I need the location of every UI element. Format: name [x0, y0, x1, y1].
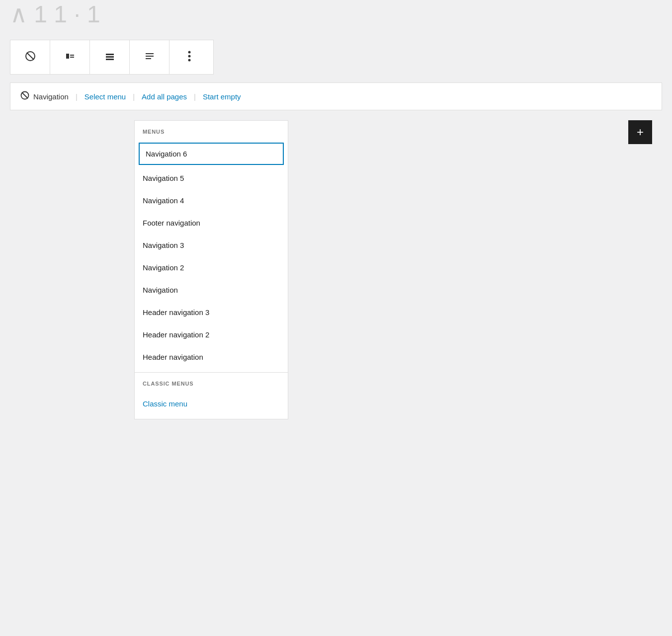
menu-item-footer-nav[interactable]: Footer navigation: [135, 212, 288, 234]
menu-item-nav6[interactable]: Navigation 6: [139, 143, 284, 165]
menu-item-header-nav[interactable]: Header navigation: [135, 346, 288, 368]
navigation-bar: Navigation | Select menu | Add all pages…: [10, 82, 662, 110]
nav-bar-icon: [20, 91, 29, 102]
menu-item-nav4[interactable]: Navigation 4: [135, 189, 288, 212]
svg-point-13: [188, 59, 191, 61]
svg-rect-3: [70, 55, 74, 56]
svg-point-12: [188, 55, 191, 57]
menu-item-nav[interactable]: Navigation: [135, 279, 288, 301]
add-all-pages-link[interactable]: Add all pages: [142, 92, 187, 101]
svg-point-11: [188, 51, 191, 53]
slash-button[interactable]: [10, 40, 50, 74]
center-align-button[interactable]: [90, 40, 130, 74]
svg-rect-7: [106, 59, 114, 60]
deco-text: ∧ 1 1 · 1: [10, 0, 100, 28]
center-align-icon: [104, 51, 115, 64]
main-content: MENUS Navigation 6 Navigation 5 Navigati…: [10, 120, 662, 419]
nav-bar-title: Navigation: [33, 92, 69, 101]
more-button[interactable]: [169, 40, 209, 74]
start-empty-link[interactable]: Start empty: [203, 92, 241, 101]
more-icon: [188, 51, 191, 64]
menus-section-title: MENUS: [135, 129, 288, 141]
menus-section: MENUS Navigation 6 Navigation 5 Navigati…: [135, 121, 288, 373]
menu-item-header-nav3[interactable]: Header navigation 3: [135, 301, 288, 323]
menus-panel: MENUS Navigation 6 Navigation 5 Navigati…: [134, 120, 288, 419]
left-align-button[interactable]: [50, 40, 90, 74]
justify-button[interactable]: [130, 40, 169, 74]
toolbar: [10, 40, 214, 75]
nav-bar-separator-3: |: [194, 92, 196, 101]
add-menu-button[interactable]: +: [628, 120, 652, 144]
slash-icon: [25, 51, 36, 64]
select-menu-link[interactable]: Select menu: [84, 92, 126, 101]
justify-icon: [144, 51, 155, 64]
menu-item-nav3[interactable]: Navigation 3: [135, 234, 288, 256]
nav-bar-separator-2: |: [133, 92, 135, 101]
svg-line-15: [22, 92, 28, 98]
svg-rect-4: [70, 57, 74, 58]
nav-bar-separator-1: |: [76, 92, 78, 101]
svg-rect-2: [66, 54, 69, 59]
classic-menus-section-title: CLASSIC MENUS: [135, 381, 288, 393]
left-align-icon: [65, 51, 76, 64]
classic-menus-section: CLASSIC MENUS Classic menu: [135, 373, 288, 419]
svg-rect-6: [106, 56, 114, 58]
menu-item-nav5[interactable]: Navigation 5: [135, 167, 288, 189]
svg-line-1: [27, 53, 34, 60]
menu-item-header-nav2[interactable]: Header navigation 2: [135, 323, 288, 346]
menu-item-nav2[interactable]: Navigation 2: [135, 256, 288, 279]
svg-rect-5: [106, 54, 114, 55]
classic-menu-link[interactable]: Classic menu: [135, 393, 288, 415]
